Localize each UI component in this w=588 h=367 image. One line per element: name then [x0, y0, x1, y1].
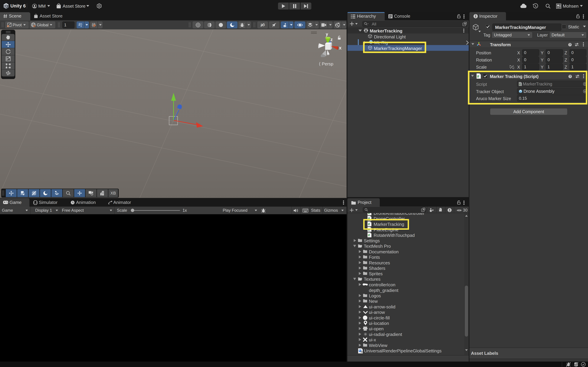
svg-text:y: y	[326, 33, 328, 36]
svg-text:?: ?	[569, 43, 571, 46]
svg-text:z: z	[330, 37, 333, 42]
svg-text:#: #	[368, 213, 370, 215]
svg-text:x: x	[339, 45, 341, 50]
svg-text:#: #	[368, 233, 370, 237]
svg-text:Y: Y	[80, 25, 82, 27]
